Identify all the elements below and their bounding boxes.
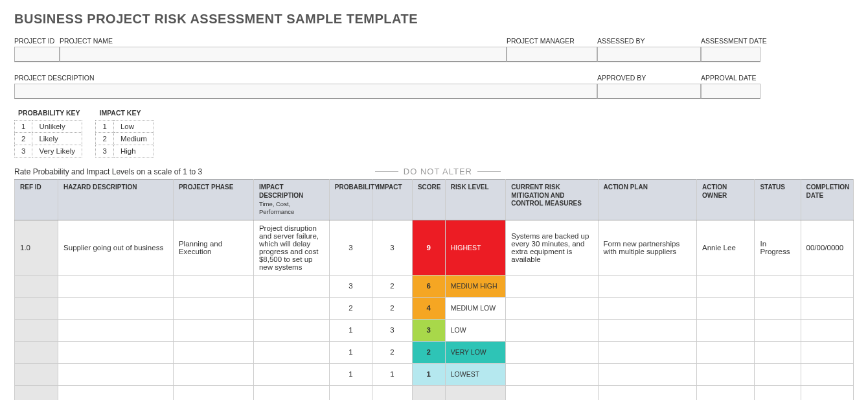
table-cell[interactable] — [697, 363, 755, 385]
meta-input[interactable] — [701, 84, 760, 99]
table-cell[interactable]: 6 — [412, 275, 445, 297]
table-cell[interactable] — [801, 341, 853, 363]
table-cell[interactable]: 2 — [372, 297, 412, 319]
table-cell[interactable] — [372, 385, 412, 400]
table-cell[interactable]: 3 — [329, 220, 372, 275]
table-cell[interactable] — [253, 297, 329, 319]
table-cell[interactable]: 1.0 — [15, 220, 58, 275]
table-cell[interactable]: MEDIUM LOW — [445, 297, 506, 319]
table-cell[interactable] — [598, 341, 696, 363]
table-cell[interactable]: Annie Lee — [697, 220, 755, 275]
table-cell[interactable] — [506, 319, 598, 341]
table-cell[interactable] — [598, 297, 696, 319]
table-cell[interactable] — [801, 385, 853, 400]
table-cell[interactable] — [755, 297, 801, 319]
table-cell[interactable] — [598, 275, 696, 297]
table-cell[interactable] — [801, 297, 853, 319]
table-cell[interactable]: 1 — [412, 363, 445, 385]
table-cell[interactable] — [801, 319, 853, 341]
meta-input[interactable] — [14, 84, 597, 99]
table-cell[interactable] — [697, 385, 755, 400]
table-cell[interactable]: HIGHEST — [445, 220, 506, 275]
table-cell[interactable] — [15, 363, 58, 385]
table-cell[interactable] — [445, 385, 506, 400]
table-cell[interactable]: 1 — [329, 363, 372, 385]
table-cell[interactable]: 3 — [372, 319, 412, 341]
table-cell[interactable]: 2 — [412, 341, 445, 363]
table-cell[interactable] — [58, 275, 174, 297]
table-cell[interactable]: LOWEST — [445, 363, 506, 385]
meta-input[interactable] — [60, 47, 507, 62]
table-cell[interactable] — [253, 363, 329, 385]
table-cell[interactable]: Form new partnerships with multiple supp… — [598, 220, 696, 275]
meta-input[interactable] — [14, 47, 60, 62]
table-cell[interactable] — [173, 297, 253, 319]
table-cell[interactable] — [253, 275, 329, 297]
table-cell[interactable] — [15, 297, 58, 319]
table-cell[interactable] — [697, 341, 755, 363]
table-cell[interactable] — [15, 385, 58, 400]
table-cell[interactable] — [173, 341, 253, 363]
table-cell[interactable]: 4 — [412, 297, 445, 319]
table-cell[interactable] — [598, 319, 696, 341]
table-cell[interactable] — [697, 297, 755, 319]
table-cell[interactable] — [58, 385, 174, 400]
table-cell[interactable] — [173, 385, 253, 400]
table-cell[interactable] — [58, 341, 174, 363]
table-cell[interactable] — [755, 319, 801, 341]
table-cell[interactable] — [253, 319, 329, 341]
table-cell[interactable] — [755, 275, 801, 297]
table-cell[interactable] — [697, 319, 755, 341]
table-cell[interactable]: 3 — [329, 275, 372, 297]
meta-input[interactable] — [701, 47, 760, 62]
table-cell[interactable] — [506, 297, 598, 319]
table-cell[interactable] — [58, 319, 174, 341]
meta-input[interactable] — [507, 47, 597, 62]
table-cell[interactable]: Planning and Execution — [173, 220, 253, 275]
meta-input[interactable] — [597, 84, 701, 99]
table-cell[interactable] — [412, 385, 445, 400]
table-cell[interactable] — [329, 385, 372, 400]
table-cell[interactable] — [506, 385, 598, 400]
table-cell[interactable]: 3 — [412, 319, 445, 341]
table-cell[interactable] — [253, 385, 329, 400]
table-cell[interactable]: Systems are backed up every 30 minutes, … — [506, 220, 598, 275]
table-cell[interactable]: 2 — [372, 341, 412, 363]
col-completion: COMPLETION DATE — [801, 180, 853, 220]
table-cell[interactable]: Supplier going out of business — [58, 220, 174, 275]
table-cell[interactable]: VERY LOW — [445, 341, 506, 363]
table-cell[interactable] — [598, 385, 696, 400]
table-cell[interactable]: 9 — [412, 220, 445, 275]
table-cell[interactable]: 1 — [329, 341, 372, 363]
table-cell[interactable] — [173, 319, 253, 341]
table-cell[interactable]: 1 — [329, 319, 372, 341]
table-cell[interactable] — [173, 275, 253, 297]
table-cell[interactable] — [15, 341, 58, 363]
meta-input[interactable] — [597, 47, 701, 62]
table-cell[interactable]: In Progress — [755, 220, 801, 275]
table-cell[interactable]: Project disruption and server failure, w… — [253, 220, 329, 275]
table-cell[interactable] — [697, 275, 755, 297]
table-cell[interactable] — [253, 341, 329, 363]
table-cell[interactable] — [598, 363, 696, 385]
table-cell[interactable]: MEDIUM HIGH — [445, 275, 506, 297]
table-cell[interactable]: 1 — [372, 363, 412, 385]
table-cell[interactable] — [15, 275, 58, 297]
table-cell[interactable] — [173, 363, 253, 385]
table-cell[interactable]: 2 — [372, 275, 412, 297]
table-cell[interactable]: 3 — [372, 220, 412, 275]
table-cell[interactable] — [755, 385, 801, 400]
table-cell[interactable]: 00/00/0000 — [801, 220, 853, 275]
table-cell[interactable] — [755, 363, 801, 385]
table-cell[interactable] — [506, 341, 598, 363]
table-cell[interactable]: LOW — [445, 319, 506, 341]
table-cell[interactable]: 2 — [329, 297, 372, 319]
table-cell[interactable] — [801, 363, 853, 385]
table-cell[interactable] — [15, 319, 58, 341]
table-cell[interactable] — [506, 275, 598, 297]
table-cell[interactable] — [58, 363, 174, 385]
table-cell[interactable] — [58, 297, 174, 319]
table-cell[interactable] — [506, 363, 598, 385]
table-cell[interactable] — [755, 341, 801, 363]
table-cell[interactable] — [801, 275, 853, 297]
